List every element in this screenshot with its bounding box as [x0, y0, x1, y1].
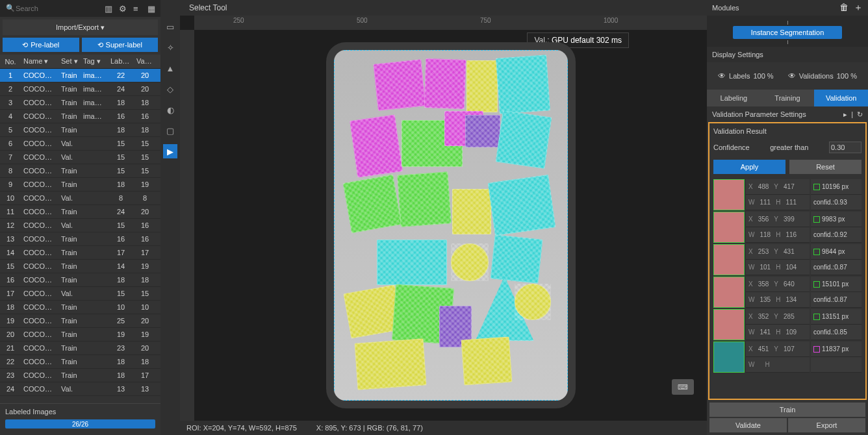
result-row[interactable]: X352Y285 W141H109 13151 px confid.:0.85: [713, 309, 862, 340]
delete-icon[interactable]: 🗑: [839, 2, 849, 12]
list-icon[interactable]: ≡: [133, 4, 142, 14]
table-row[interactable]: 16COCO_v...Train1818: [0, 273, 160, 287]
table-row[interactable]: 10COCO_v...Val.88: [0, 192, 160, 205]
table-row[interactable]: 8COCO_v...Train1515: [0, 164, 160, 178]
labeled-title: Labeled Images: [5, 408, 155, 416]
table-row[interactable]: 24COCO_v...Val.1313: [0, 382, 160, 396]
bottom-actions: Train Validate Export: [707, 400, 868, 435]
table-row[interactable]: 20COCO_v...Train1919: [0, 328, 160, 342]
lasso-tool[interactable]: ◇: [163, 82, 177, 96]
table-row[interactable]: 13COCO_v...Train1616: [0, 232, 160, 246]
col-set[interactable]: Set ▾: [58, 57, 81, 66]
chevron-right-icon[interactable]: ▸: [843, 110, 847, 119]
grid-icon[interactable]: ▦: [147, 4, 157, 14]
result-row[interactable]: X488Y417 W111H111 10196 px confid.:0.93: [713, 179, 862, 210]
status-bar: ROI: X=204, Y=74, W=592, H=875 X: 895, Y…: [180, 421, 707, 435]
result-row[interactable]: X356Y399 W118H116 9983 px confid.:0.92: [713, 212, 862, 243]
table-header: No. Name ▾ Set ▾ Tag ▾ Label ▾ Val. ▾: [0, 55, 160, 69]
table-row[interactable]: 14COCO_v...Train1717: [0, 246, 160, 260]
left-sidebar: 🔍 ▥ ⚙ ≡ ▦ Import/Export ▾ ⟲Pre-label ⟲Su…: [0, 0, 160, 435]
table-row[interactable]: 22COCO_v...Train1818: [0, 355, 160, 369]
sidebar-toolset: ▥ ⚙ ≡ ▦: [105, 4, 157, 14]
module-chip[interactable]: Instance Segmentation: [733, 26, 843, 39]
table-row[interactable]: 18COCO_v...Train1010: [0, 301, 160, 314]
result-row[interactable]: X451Y107 WH 11837 px: [713, 342, 862, 373]
superlabel-button[interactable]: ⟲Super-label: [82, 38, 159, 52]
progress-fill: 26/26: [5, 419, 155, 429]
validation-result-title: Validation Result: [713, 127, 862, 135]
col-tag[interactable]: Tag ▾: [81, 57, 108, 66]
add-icon[interactable]: ＋: [854, 2, 863, 12]
table-row[interactable]: 3COCO_v...Trainimage...1818: [0, 96, 160, 110]
status-coord: X: 895, Y: 673 | RGB: (76, 81, 77): [316, 424, 423, 432]
table-row[interactable]: 21COCO_v...Train2320: [0, 342, 160, 355]
status-roi: ROI: X=204, Y=74, W=592, H=875: [186, 424, 297, 432]
history-icon[interactable]: ↻: [857, 110, 863, 119]
display-header: Display Settings: [707, 47, 868, 62]
col-label[interactable]: Label ▾: [108, 57, 134, 66]
col-name[interactable]: Name ▾: [21, 57, 58, 66]
result-thumb: [713, 277, 745, 308]
result-thumb: [713, 179, 745, 210]
progress-bar: 26/26: [5, 419, 155, 429]
table-row[interactable]: 4COCO_v...Trainimage...1616: [0, 110, 160, 123]
rect-tool[interactable]: ▢: [163, 123, 177, 138]
results-list[interactable]: X488Y417 W111H111 10196 px confid.:0.93 …: [713, 179, 862, 395]
tab-training[interactable]: Training: [761, 90, 815, 106]
pointer-tool[interactable]: ▭: [163, 19, 177, 34]
table-row[interactable]: 11COCO_v...Train2420: [0, 205, 160, 219]
table-row[interactable]: 23COCO_v...Train1817: [0, 369, 160, 382]
table-row[interactable]: 15COCO_v...Train1419: [0, 260, 160, 273]
eye-icon[interactable]: 👁: [718, 71, 726, 81]
search-input[interactable]: [4, 2, 102, 15]
keyboard-icon[interactable]: ⌨: [672, 379, 694, 395]
tab-validation[interactable]: Validation: [814, 90, 868, 106]
wand-tool[interactable]: ✧: [163, 40, 177, 55]
tab-labeling[interactable]: Labeling: [707, 90, 761, 106]
image-view[interactable]: [334, 50, 568, 401]
result-thumb: [713, 212, 745, 243]
table-row[interactable]: 2COCO_v...Trainimage...2420: [0, 82, 160, 96]
layers-icon[interactable]: ▥: [105, 4, 114, 14]
ruler-horizontal: 2505007501000: [194, 16, 707, 30]
reset-button[interactable]: Reset: [789, 160, 862, 174]
table-row[interactable]: 9COCO_v...Train1819: [0, 178, 160, 192]
prelabel-button[interactable]: ⟲Pre-label: [3, 38, 79, 52]
search-row: 🔍 ▥ ⚙ ≡ ▦: [0, 0, 160, 17]
result-row[interactable]: X358Y640 W135H134 15101 px confid.:0.87: [713, 277, 862, 308]
train-button[interactable]: Train: [709, 403, 865, 417]
search-icon: 🔍: [6, 4, 15, 12]
table-row[interactable]: 12COCO_v...Val.1516: [0, 219, 160, 232]
export-button[interactable]: Export: [788, 418, 865, 432]
result-thumb: [713, 244, 745, 275]
import-export-dropdown[interactable]: Import/Export ▾: [3, 19, 158, 35]
table-row[interactable]: 1COCO_v...Trainimage...2220: [0, 69, 160, 82]
search-box: 🔍: [4, 2, 102, 15]
canvas[interactable]: Val.: GPU default 302 ms: [194, 30, 707, 421]
validation-badge: Val.: GPU default 302 ms: [527, 32, 629, 48]
right-sidebar: Modules 🗑＋ Instance Segmentation Display…: [707, 0, 868, 435]
mode-tabs: Labeling Training Validation: [707, 90, 868, 106]
person-tool[interactable]: ▲: [163, 61, 177, 75]
result-row[interactable]: X253Y431 W101H104 9844 px confid.:0.87: [713, 244, 862, 275]
roi-tool[interactable]: ▶: [163, 144, 177, 158]
result-thumb: [713, 309, 745, 340]
eye-icon[interactable]: 👁: [788, 71, 796, 81]
col-val[interactable]: Val. ▾: [134, 57, 156, 66]
brush-tool[interactable]: ◐: [163, 103, 177, 117]
table-body[interactable]: 1COCO_v...Trainimage...22202COCO_v...Tra…: [0, 69, 160, 403]
display-row: 👁Labels100 % 👁Validations100 %: [707, 62, 868, 90]
table-row[interactable]: 7COCO_v...Val.1515: [0, 151, 160, 164]
tune-icon[interactable]: ⚙: [119, 4, 128, 14]
table-row[interactable]: 17COCO_v...Val.1515: [0, 287, 160, 301]
confidence-input[interactable]: [829, 142, 862, 153]
col-no[interactable]: No.: [0, 58, 21, 66]
canvas-title: Select Tool: [180, 0, 707, 16]
table-row[interactable]: 6COCO_v...Val.1515: [0, 137, 160, 151]
param-header[interactable]: Validation Parameter Settings ▸|↻: [707, 106, 868, 122]
labeled-box: Labeled Images 26/26: [0, 403, 160, 435]
apply-button[interactable]: Apply: [713, 160, 785, 174]
validate-button[interactable]: Validate: [709, 418, 787, 432]
table-row[interactable]: 19COCO_v...Train2520: [0, 314, 160, 328]
table-row[interactable]: 5COCO_v...Train1818: [0, 123, 160, 137]
